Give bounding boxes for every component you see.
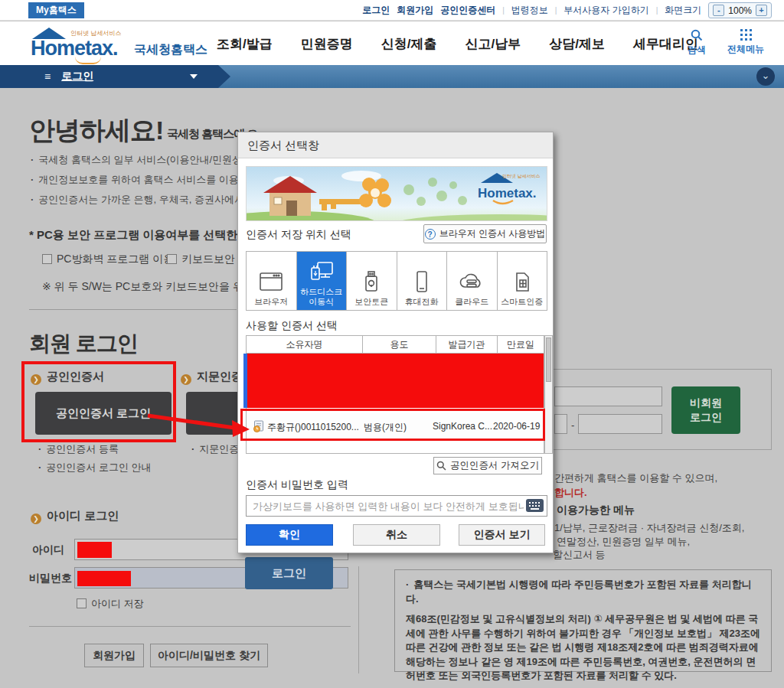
logo-text: Hometax. [31,37,118,60]
zoom-control: - 100% + [708,2,772,18]
cert-register-link[interactable]: 공인인증서 등록 [38,442,119,456]
svg-text:Hometax.: Hometax. [478,186,537,201]
screen-size-label: 화면크기 [665,4,701,17]
find-id-pw-button[interactable]: 아이디/비밀번호 찾기 [150,644,268,667]
gnb-menu-label: 로그인 [61,70,93,83]
all-menu-button[interactable]: 전체메뉴 [727,29,764,56]
info-line: 할신고서 등 [553,548,606,562]
separator: | [555,6,557,15]
nav-item-report-pay[interactable]: 신고/납부 [465,35,521,53]
zoom-in-button[interactable]: + [756,5,767,16]
gnb-menu-area[interactable]: ≡ 로그인 [0,65,218,88]
zoom-level: 100% [728,5,752,16]
import-cert-button[interactable]: 공인인증서 가져오기 [433,457,542,474]
cert-login-button[interactable]: 공인인증서 로그인 [35,392,172,435]
top-link-cert-center[interactable]: 공인인증센터 [440,4,495,17]
search-button[interactable]: 검색 [688,29,706,57]
greeting-bullet: 개인정보보호를 위하여 홈택스 서비스를 이용하 [31,173,249,187]
virtual-keyboard-icon[interactable] [526,499,544,512]
greeting-bullet: 국세청 홈택스의 일부 서비스(이용안내/민원상담 [31,153,252,167]
top-utility-bar: My홈택스 로그인 회원가입 공인인증센터 | 법령정보 | 부서사용자 가입하… [0,0,784,21]
legal-intro: 홈택스는 국세기본법 시행령에 따라 주민등록번호가 포함된 자료를 처리합니다… [406,578,760,606]
harddisk-removable-icon [309,260,335,283]
gnb-expand-button[interactable]: ⌄ [756,67,775,86]
firewall-checkbox[interactable] [42,254,52,264]
password-label: 비밀번호 [29,572,72,585]
greeting-bullet: 공인인증서는 가까운 은행, 우체국, 증권사에서 [31,193,244,207]
nonmember-login-button[interactable]: 비회원 로그인 [671,386,740,434]
id-login-button[interactable]: 로그인 [245,557,333,589]
top-link-law-info[interactable]: 법령정보 [511,4,548,17]
greeting-title: 안녕하세요! [29,113,163,148]
signup-button[interactable]: 회원가입 [84,644,144,667]
member-login-title: 회원 로그인 [29,329,138,358]
certificate-select-dialog: 인증서 선택창 [237,132,554,553]
smart-cert-sim-icon [509,270,535,293]
browser-cert-help-button[interactable]: ? 브라우저 인증서 사용방법 [423,224,547,243]
logo-korean-text: 국세청홈택스 [134,42,207,58]
cert-expiry: 2020-06-19 [493,421,540,432]
info-line: 간편하게 홈택스를 이용할 수 있으며, [554,471,717,485]
top-link-dept-user[interactable]: 부서사용자 가입하기 [564,4,648,17]
dialog-title: 인증서 선택창 [238,132,553,158]
info-line: 연말정산, 민원증명 일부 메뉴, [557,535,690,549]
storage-options: 브라우저 하드디스크 이동식 보안토큰 [246,251,547,311]
nonmember-rrn-back-input[interactable] [578,414,662,434]
header: 인터넷 납세서비스 Hometax. 국세청홈택스 조회/발급 민원증명 신청/… [0,21,784,65]
gnb-dropdown-caret[interactable] [190,74,198,79]
zoom-out-button[interactable]: - [713,5,724,16]
grid-menu-icon [740,29,752,41]
main-navigation: 조회/발급 민원증명 신청/제출 신고/납부 상담/제보 세무대리인 [217,35,698,53]
keyboard-checkbox-row: 키보드보안 [167,253,235,266]
confirm-button[interactable]: 확인 [246,524,333,546]
table-scrollbar[interactable] [544,335,553,454]
top-link-signup[interactable]: 회원가입 [397,4,433,17]
col-owner: 소유자명 [247,336,363,353]
legal-article: 제68조(민감정보 및 고유식별정보의 처리) ① 세무공무원은 법 및 세법에… [406,612,760,683]
keyboard-security-checkbox[interactable] [167,254,177,264]
storage-option-harddisk[interactable]: 하드디스크 이동식 [297,252,348,310]
cert-usage: 범용(개인) [364,421,407,434]
legal-box: 홈택스는 국세기본법 시행령에 따라 주민등록번호가 포함된 자료를 처리합니다… [394,569,772,672]
cert-password-input[interactable] [246,495,547,517]
storage-option-browser[interactable]: 브라우저 [247,252,297,310]
cert-issuer: SignKorea C... [433,421,492,432]
info-line: 1/납부, 근로장려금 · 자녀장려금 신청/조회, [554,521,744,535]
hometax-login-page: My홈택스 로그인 회원가입 공인인증센터 | 법령정보 | 부서사용자 가입하… [0,0,784,688]
nav-item-inquiry[interactable]: 조회/발급 [217,35,273,53]
rrn-dash: - [571,419,574,431]
storage-option-cloud[interactable]: 클라우드 [447,252,498,310]
save-id-row: 아이디 저장 [77,597,144,611]
cert-owner: 주황규()0011015200... [267,421,359,434]
nav-item-civil-cert[interactable]: 민원증명 [301,35,353,53]
hometax-logo[interactable]: 인터넷 납세서비스 Hometax. 국세청홈택스 [31,28,199,63]
search-icon [691,29,703,41]
my-hometax-button[interactable]: My홈택스 [28,2,84,18]
certificate-row[interactable]: 주황규()0011015200... 범용(개인) SignKorea C...… [247,413,544,439]
divider [29,309,237,310]
cert-section-label: ❯공인인증서 [31,370,104,385]
nav-item-consult[interactable]: 상담/제보 [549,35,605,53]
scrollbar-thumb[interactable] [546,337,551,382]
storage-option-phone[interactable]: 휴대전화 [397,252,448,310]
view-cert-button[interactable]: 인증서 보기 [459,524,545,546]
storage-option-token[interactable]: 보안토큰 [347,252,397,310]
certificate-table: 소유자명 용도 발급기관 만료일 주황규()0011015200... 범용(개… [246,335,544,454]
cancel-button[interactable]: 취소 [353,524,440,546]
top-link-login[interactable]: 로그인 [362,4,390,17]
nav-item-apply[interactable]: 신청/제출 [381,35,437,53]
top-links: 로그인 회원가입 공인인증센터 | 법령정보 | 부서사용자 가입하기 | 화면… [362,0,772,21]
storage-option-smart[interactable]: 스마트인증 [498,252,547,310]
save-id-checkbox[interactable] [77,598,87,608]
cert-select-label: 사용할 인증서 선택 [246,319,338,333]
certificate-icon [253,420,265,432]
col-issuer: 발급기관 [436,336,498,353]
col-usage: 용도 [363,336,436,353]
fingerprint-section-label: ❯지문인증 [181,370,243,385]
nonmember-rrn-front-input[interactable] [554,414,567,434]
browser-icon [258,270,284,293]
nonmember-name-input[interactable] [554,386,662,406]
info-line-red: 합니다. [554,486,587,500]
vertical-divider [358,566,359,673]
cert-guide-link[interactable]: 공인인증서 로그인 안내 [38,461,152,474]
